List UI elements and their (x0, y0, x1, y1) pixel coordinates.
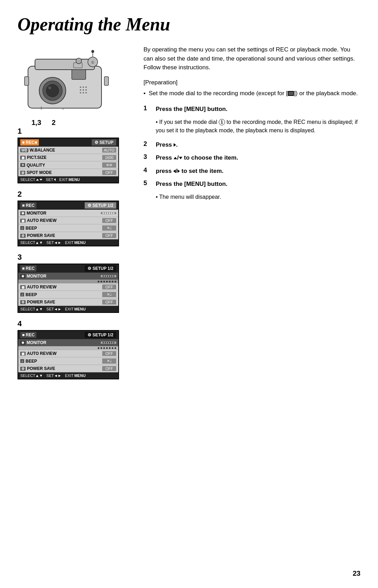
beep-text-4: BEEP (26, 359, 37, 364)
rec-tab-1: ■ REC■ (20, 139, 39, 146)
screen-number-4: 4 (18, 319, 130, 328)
monitor-label-3: ✱ MONITOR (20, 274, 46, 279)
select-label-2: SELECT▲▼ (20, 240, 43, 245)
quality-value: ≋≋ (102, 162, 116, 168)
beep-text-2: BEEP (26, 226, 37, 231)
pictsize-text: PICT.SIZE (27, 155, 47, 160)
monitor-sub-bar-4 (18, 346, 118, 350)
right-arrow-icon-2 (177, 169, 180, 173)
svg-point-4 (46, 84, 59, 97)
monitor-value-3 (101, 275, 116, 277)
screen-number-3: 3 (18, 253, 130, 262)
monitor-text-2: MONITOR (27, 211, 46, 216)
menu-screen-2: ■ REC ⚙ SETUP 1/2 ✱ MONITOR (18, 201, 119, 246)
screen-section-3: 3 ■ REC ⚙ SETUP 1/2 ✱ MONITOR (18, 253, 130, 313)
monitor-icon-2: ✱ (20, 211, 25, 215)
beep-value-4: ✕♩ (102, 358, 116, 364)
set-label-2: SET◄► (47, 240, 62, 245)
step-content-5: Press the [MENU] button. (156, 180, 227, 189)
right-arrow-icon (174, 143, 176, 147)
preparation-title: [Preparation] (144, 79, 360, 86)
menu-row-wbalance: WB W.BALANCE AUTO (18, 147, 118, 154)
exit-label-4: EXIT MENU (65, 373, 86, 378)
label-13: 1,3 (31, 119, 41, 127)
beep-icon-3: ♪ (20, 293, 24, 296)
svg-rect-22 (24, 77, 29, 85)
quality-icon: ✦ (20, 163, 25, 167)
menu-row-monitor-2: ✱ MONITOR (18, 210, 118, 217)
step-note-1: If you set the mode dial 1 to the record… (156, 118, 360, 135)
spot-icon: ⊞ (20, 171, 25, 175)
menu-row-autoreview-3: ▣ AUTO REVIEW OFF (18, 284, 118, 291)
monitor-value-4 (101, 342, 116, 344)
svg-point-15 (85, 86, 87, 88)
up-arrow-icon (174, 157, 177, 159)
autoreview-value-2: OFF (102, 218, 116, 223)
powersave-text-2: POWER SAVE (27, 233, 55, 238)
step-number-2: 2 (144, 140, 150, 148)
step-note-5: The menu will disappear. (156, 193, 360, 201)
menu-row-powersave-2: ⚙ POWER SAVE OFF (18, 232, 118, 239)
preparation-section: [Preparation] Set the mode dial to the r… (144, 79, 360, 98)
page-title: Operating the Menu (18, 14, 360, 35)
exit-label-2: EXIT MENU (65, 240, 86, 245)
svg-rect-23 (104, 77, 108, 85)
rec-tab-2: ■ REC (20, 202, 36, 209)
beep-icon-2: ♪ (20, 226, 24, 230)
menu-title-bar-2: ■ REC ⚙ SETUP 1/2 (18, 201, 118, 210)
powersave-icon-2: ⚙ (20, 234, 26, 238)
monitor-icon-4: ✱ (20, 341, 25, 345)
quality-text: QUALITY (27, 163, 45, 168)
powersave-value-4: OFF (102, 366, 116, 371)
svg-point-5 (48, 86, 51, 89)
wbalance-label: WB W.BALANCE (20, 148, 55, 153)
step-content-2: Press . (156, 140, 178, 149)
beep-label-4: ♪ BEEP (20, 359, 37, 364)
left-arrow-icon (173, 169, 176, 173)
step-number-3: 3 (144, 153, 150, 161)
setup-tab-1: ⚙ SETUP (92, 139, 116, 146)
spotmode-value: OFF (102, 170, 116, 175)
down-arrow-icon (179, 157, 182, 159)
setup-tab-3: ⚙ SETUP 1/2 (85, 265, 116, 272)
svg-point-12 (91, 50, 94, 53)
step-3: 3 Press / to choose the item. (144, 153, 360, 162)
menu-title-bar-1: ■ REC■ ⚙ SETUP (18, 138, 118, 147)
menu-bottom-1: SELECT SET EXIT MENU (18, 176, 118, 183)
set-label-1: SET (46, 177, 56, 182)
screen-number-2: 2 (18, 190, 130, 199)
powersave-label-4: ⚙ POWER SAVE (20, 366, 55, 371)
menu-row-beep-4: ♪ BEEP ✕♩ (18, 357, 118, 365)
menu-bottom-2: SELECT▲▼ SET◄► EXIT MENU (18, 239, 118, 246)
powersave-icon-3: ⚙ (20, 300, 26, 304)
monitor-icon-3: ✱ (20, 274, 25, 278)
svg-point-14 (83, 86, 84, 88)
step-5: 5 Press the [MENU] button. (144, 180, 360, 189)
step-number-4: 4 (144, 167, 150, 174)
svg-point-19 (80, 92, 81, 93)
monitor-value-2 (101, 212, 116, 214)
monitor-text-3: MONITOR (27, 274, 46, 279)
set-label-3: SET◄► (47, 307, 62, 311)
autoreview-text-4: AUTO REVIEW (27, 351, 56, 356)
spotmode-label: ⊞ SPOT MODE (20, 170, 52, 175)
step-number-5: 5 (144, 180, 150, 187)
autoreview-icon-4: ▣ (20, 352, 26, 356)
powersave-text-4: POWER SAVE (27, 366, 55, 371)
quality-label: ✦ QUALITY (20, 163, 45, 168)
camera-labels: 1,3 2 (18, 119, 130, 127)
menu-row-spotmode: ⊞ SPOT MODE OFF (18, 169, 118, 176)
powersave-icon-4: ⚙ (20, 367, 26, 371)
screen-section-1: 1 ■ REC■ ⚙ SETUP WB W.BALANCE AUTO ▣ (18, 127, 130, 183)
beep-text-3: BEEP (26, 292, 37, 297)
wbalance-text: W.BALANCE (30, 148, 55, 153)
svg-text:①: ① (91, 60, 94, 64)
select-label-3: SELECT▲▼ (20, 307, 43, 311)
pict-icon: ▣ (20, 156, 26, 160)
powersave-text-3: POWER SAVE (27, 300, 55, 304)
wb-icon: WB (20, 148, 28, 152)
pictsize-label: ▣ PICT.SIZE (20, 155, 47, 160)
svg-point-13 (80, 86, 81, 88)
menu-row-monitor-3-selected: ✱ MONITOR (18, 273, 118, 280)
rec-tab-4: ■ REC (20, 332, 36, 338)
